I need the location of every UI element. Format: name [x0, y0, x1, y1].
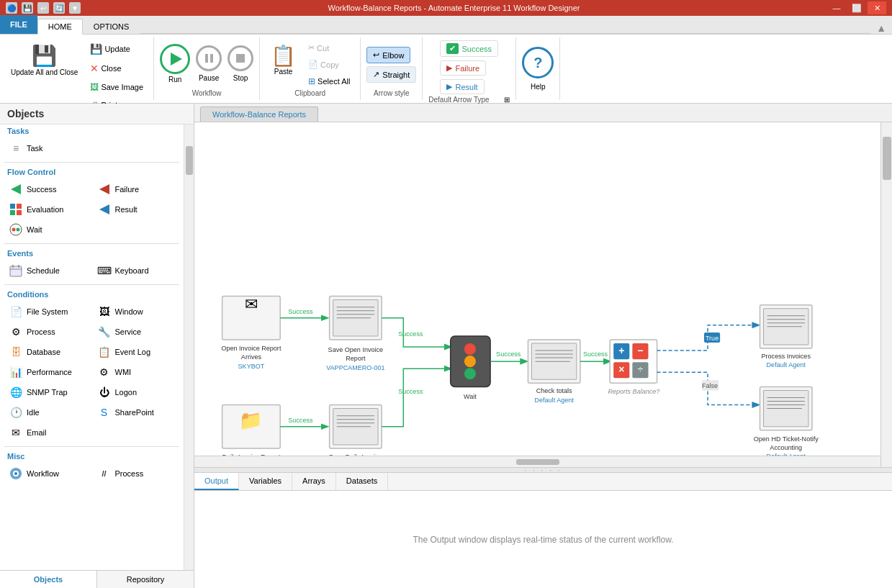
node-reports-balance[interactable]: + − × ÷ Reports Balance?	[608, 340, 659, 395]
select-all-button[interactable]: ⊞ Select All	[304, 73, 354, 89]
process-condition-item[interactable]: ⚙ Process	[4, 322, 91, 341]
update-close-icon: 💾	[32, 44, 57, 68]
tab-options[interactable]: OPTIONS	[83, 18, 140, 34]
paste-button[interactable]: 📋 Paste	[266, 40, 301, 79]
performance-item[interactable]: 📊 Performance	[4, 363, 91, 381]
database-item[interactable]: 🗄 Database	[4, 343, 91, 361]
stop-button[interactable]	[227, 45, 253, 71]
splitter[interactable]: · · · · ·	[194, 467, 892, 473]
workflow-tab[interactable]: Workflow-Balance Reports	[200, 107, 318, 122]
tab-output[interactable]: Output	[194, 473, 239, 490]
evaluation-item[interactable]: Evaluation	[4, 200, 91, 219]
tab-home[interactable]: HOME	[37, 19, 83, 35]
keyboard-item[interactable]: ⌨ Keyboard	[93, 261, 180, 280]
cut-button[interactable]: ✂ Cut	[304, 40, 354, 55]
sharepoint-item[interactable]: S SharePoint	[93, 403, 180, 422]
straight-label: Straight	[382, 71, 410, 79]
node-daily-invoice[interactable]: 📁 Daily Invoice Report AMSDEMO	[222, 405, 280, 456]
ribbon-group-help: ? Help	[516, 37, 560, 100]
tab-variables[interactable]: Variables	[239, 473, 292, 490]
node-open-hd-ticket[interactable]: Open HD Ticket-Notify Accounting Default…	[754, 386, 819, 456]
expand-arrow-type-button[interactable]: ⊞	[504, 96, 510, 104]
wait-item[interactable]: Wait	[4, 220, 91, 239]
tab-objects[interactable]: Objects	[0, 571, 97, 588]
objects-scrollbar[interactable]	[184, 125, 194, 570]
save-image-label: Save Image	[101, 83, 143, 91]
node-process-invoices[interactable]: Process Invoices Default Agent	[760, 305, 812, 369]
schedule-item[interactable]: Schedule	[4, 261, 91, 280]
task-icon: ≡	[9, 141, 23, 155]
update-and-close-button[interactable]: 💾 Update All and Close	[6, 40, 83, 81]
svg-text:Default Agent: Default Agent	[767, 361, 806, 368]
save-image-button[interactable]: 🖼 Save Image	[86, 79, 148, 95]
tab-datasets[interactable]: Datasets	[336, 473, 388, 490]
wmi-item[interactable]: ⚙ WMI	[93, 363, 180, 381]
success-item[interactable]: Success	[4, 180, 91, 199]
tab-repository[interactable]: Repository	[97, 571, 194, 588]
result-arrow-button[interactable]: ▶ Result	[440, 79, 484, 94]
svg-rect-10	[10, 266, 22, 276]
down-arrow-icon[interactable]: ▼	[69, 2, 81, 14]
help-button[interactable]: ?	[522, 47, 554, 78]
idle-item[interactable]: 🕐 Idle	[4, 403, 91, 422]
wait-label: Wait	[27, 225, 42, 234]
svg-text:Default Agent: Default Agent	[534, 397, 574, 404]
maximize-button[interactable]: ⬜	[847, 1, 866, 14]
node-save-open-invoice[interactable]: Save Open Invoice Report VAPPCAMERO-001	[326, 297, 384, 372]
workflow-item[interactable]: Workflow	[4, 464, 91, 483]
pause-label: Pause	[199, 74, 219, 82]
evaluation-icon	[9, 202, 23, 217]
svg-text:Arrives: Arrives	[241, 353, 262, 361]
pause-button[interactable]	[196, 45, 222, 71]
window-label: Window	[115, 307, 143, 316]
copy-button[interactable]: 📄 Copy	[304, 57, 354, 72]
ribbon-collapse-button[interactable]: ▲	[870, 22, 892, 34]
failure-item[interactable]: Failure	[93, 180, 180, 199]
failure-arrow-label: Failure	[455, 64, 479, 73]
result-item[interactable]: Result	[93, 200, 180, 219]
clipboard-group-label: Clipboard	[294, 89, 325, 97]
tab-file[interactable]: FILE	[0, 15, 37, 34]
task-item[interactable]: ≡ Task	[4, 139, 179, 158]
failure-arrow-button[interactable]: ▶ Failure	[440, 60, 486, 76]
update-button[interactable]: 💾 Update	[86, 40, 148, 58]
success-arrow-button[interactable]: ✔ Success	[440, 40, 498, 57]
canvas-scrollbar-bottom[interactable]	[194, 456, 880, 467]
cut-label: Cut	[317, 44, 329, 53]
service-item[interactable]: 🔧 Service	[93, 322, 180, 341]
close-button[interactable]: ✕ Close	[86, 60, 148, 77]
process-misc-item[interactable]: // Process	[93, 464, 180, 483]
svg-rect-3	[17, 204, 22, 209]
filesystem-item[interactable]: 📄 File System	[4, 302, 91, 321]
eventlog-item[interactable]: 📋 Event Log	[93, 343, 180, 361]
keyboard-label: Keyboard	[115, 266, 149, 275]
logon-item[interactable]: ⏻ Logon	[93, 383, 180, 402]
window-item[interactable]: 🖼 Window	[93, 302, 180, 321]
email-item[interactable]: ✉ Email	[4, 423, 91, 442]
minimize-button[interactable]: —	[827, 1, 846, 14]
svg-text:Process Invoices: Process Invoices	[762, 353, 811, 360]
canvas-scrollbar-right[interactable]	[880, 122, 892, 467]
workflow-canvas[interactable]: ✉ Open Invoice Report Arrives SKYBOT Suc…	[194, 122, 880, 456]
select-all-icon: ⊞	[308, 76, 315, 86]
node-save-daily-invoice[interactable]: Save Daily Invoice Report AMSDEMO	[329, 405, 382, 456]
run-button[interactable]	[160, 44, 190, 74]
refresh-icon[interactable]: 🔄	[53, 2, 65, 14]
paste-icon: 📋	[271, 44, 296, 68]
svg-text:Success: Success	[398, 388, 423, 395]
elbow-button[interactable]: ↩ Elbow	[366, 47, 410, 63]
svg-marker-6	[99, 204, 109, 214]
save-icon[interactable]: 💾	[22, 2, 33, 14]
svg-point-9	[17, 228, 20, 232]
wmi-icon: ⚙	[97, 365, 112, 379]
close-button[interactable]: ✕	[868, 1, 886, 14]
node-wait[interactable]: Wait	[451, 336, 490, 401]
snmptrap-item[interactable]: 🌐 SNMP Trap	[4, 383, 91, 402]
node-open-invoice[interactable]: ✉ Open Invoice Report Arrives SKYBOT	[221, 295, 281, 371]
undo-icon[interactable]: ↩	[37, 2, 49, 14]
failure-icon: ▶	[446, 63, 452, 73]
node-check-totals[interactable]: Check totals Default Agent	[528, 340, 580, 404]
tab-arrays[interactable]: Arrays	[292, 473, 336, 490]
straight-button[interactable]: ↗ Straight	[366, 66, 416, 83]
ribbon-group-default-arrow: ✔ Success ▶ Failure ▶ Result Default Arr…	[423, 37, 516, 100]
